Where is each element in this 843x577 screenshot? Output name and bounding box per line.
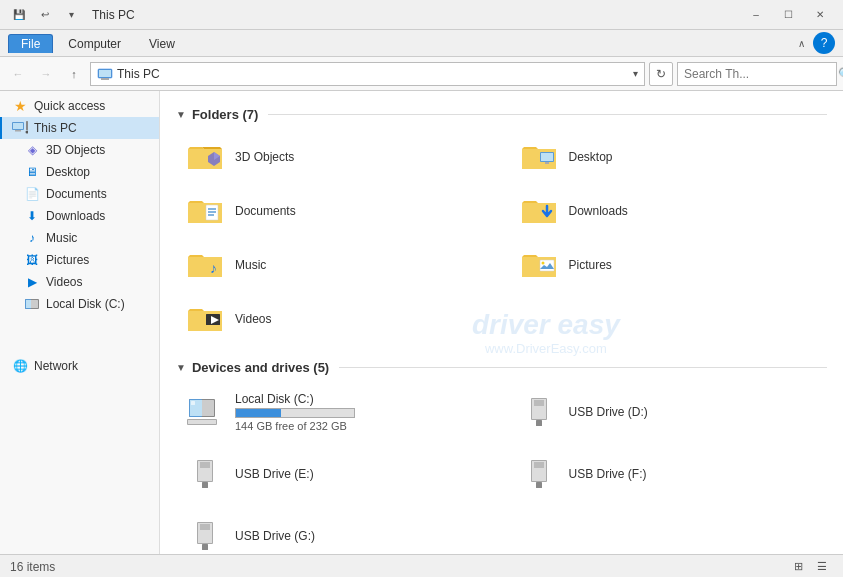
sidebar-spacer bbox=[0, 315, 159, 355]
device-usb-e[interactable]: USB Drive (E:) bbox=[176, 447, 494, 501]
help-button[interactable]: ? bbox=[813, 32, 835, 54]
folder-pictures[interactable]: Pictures bbox=[510, 240, 828, 290]
list-view-button[interactable]: ☰ bbox=[811, 558, 833, 576]
folder-documents[interactable]: Documents bbox=[176, 186, 494, 236]
folder-pictures-icon bbox=[519, 247, 559, 283]
folder-desktop[interactable]: Desktop bbox=[510, 132, 828, 182]
svg-point-23 bbox=[541, 262, 544, 265]
sidebar-item-this-pc[interactable]: This PC bbox=[0, 117, 159, 139]
dropdown-arrow[interactable]: ▾ bbox=[60, 4, 82, 26]
svg-rect-47 bbox=[200, 524, 210, 530]
sidebar-item-local-disk[interactable]: Local Disk (C:) bbox=[0, 293, 159, 315]
sidebar: ★ Quick access This PC ◈ 3D Objects 🖥 bbox=[0, 91, 160, 554]
maximize-button[interactable]: ☐ bbox=[773, 4, 803, 26]
sidebar-quick-access[interactable]: ★ Quick access bbox=[0, 95, 159, 117]
device-usb-g[interactable]: USB Drive (G:) bbox=[176, 509, 494, 554]
sidebar-quick-access-label: Quick access bbox=[34, 99, 105, 113]
drive-bar-fill bbox=[236, 409, 281, 417]
sidebar-item-downloads[interactable]: ⬇ Downloads bbox=[0, 205, 159, 227]
search-input[interactable] bbox=[684, 67, 834, 81]
svg-rect-6 bbox=[26, 121, 28, 130]
sidebar-videos-label: Videos bbox=[46, 275, 82, 289]
minimize-button[interactable]: – bbox=[741, 4, 771, 26]
usb-g-label: USB Drive (G:) bbox=[235, 529, 315, 543]
svg-rect-2 bbox=[99, 70, 111, 77]
sidebar-downloads-label: Downloads bbox=[46, 209, 105, 223]
up-button[interactable]: ↑ bbox=[62, 62, 86, 86]
3d-objects-icon: ◈ bbox=[24, 142, 40, 158]
folder-videos-label: Videos bbox=[235, 312, 271, 326]
usb-d-icon bbox=[519, 392, 559, 432]
path-dropdown-arrow[interactable]: ▾ bbox=[633, 68, 638, 79]
view-buttons: ⊞ ☰ bbox=[787, 558, 833, 576]
folder-3d-label: 3D Objects bbox=[235, 150, 294, 164]
folder-music-icon: ♪ bbox=[185, 247, 225, 283]
usb-f-icon bbox=[519, 454, 559, 494]
back-button[interactable]: ← bbox=[6, 62, 30, 86]
device-usb-d[interactable]: USB Drive (D:) bbox=[510, 385, 828, 439]
usb-d-info: USB Drive (D:) bbox=[569, 405, 648, 419]
drive-space: 144 GB free of 232 GB bbox=[235, 420, 355, 432]
usb-e-label: USB Drive (E:) bbox=[235, 467, 314, 481]
folders-grid: 3D Objects Desktop bbox=[176, 132, 827, 344]
device-usb-f[interactable]: USB Drive (F:) bbox=[510, 447, 828, 501]
folder-videos[interactable]: Videos bbox=[176, 294, 494, 344]
search-icon[interactable]: 🔍 bbox=[838, 67, 843, 81]
forward-button[interactable]: → bbox=[34, 62, 58, 86]
device-local-disk-c[interactable]: Local Disk (C:) 144 GB free of 232 GB bbox=[176, 385, 494, 439]
sidebar-pictures-label: Pictures bbox=[46, 253, 89, 267]
sidebar-item-desktop[interactable]: 🖥 Desktop bbox=[0, 161, 159, 183]
folder-music[interactable]: ♪ Music bbox=[176, 240, 494, 290]
folder-desktop-label: Desktop bbox=[569, 150, 613, 164]
sidebar-item-network[interactable]: 🌐 Network bbox=[0, 355, 159, 377]
usb-f-label: USB Drive (F:) bbox=[569, 467, 647, 481]
documents-icon: 📄 bbox=[24, 186, 40, 202]
devices-divider bbox=[339, 367, 827, 368]
this-pc-path-icon bbox=[97, 66, 113, 82]
sidebar-3d-label: 3D Objects bbox=[46, 143, 105, 157]
tab-view[interactable]: View bbox=[136, 34, 188, 53]
content-scroll: driver easy www.DriverEasy.com ▼ Folders… bbox=[160, 91, 843, 554]
folder-desktop-icon bbox=[519, 139, 559, 175]
undo-button[interactable]: ↩ bbox=[34, 4, 56, 26]
sidebar-item-videos[interactable]: ▶ Videos bbox=[0, 271, 159, 293]
sidebar-network-label: Network bbox=[34, 359, 78, 373]
folders-section-header: ▼ Folders (7) bbox=[176, 107, 827, 122]
grid-view-button[interactable]: ⊞ bbox=[787, 558, 809, 576]
main-layout: ★ Quick access This PC ◈ 3D Objects 🖥 bbox=[0, 91, 843, 554]
svg-rect-4 bbox=[13, 123, 23, 129]
sidebar-item-music[interactable]: ♪ Music bbox=[0, 227, 159, 249]
svg-rect-48 bbox=[202, 544, 208, 550]
usb-f-info: USB Drive (F:) bbox=[569, 467, 647, 481]
quick-access-toolbar: 💾 ↩ ▾ bbox=[8, 4, 82, 26]
ribbon: File Computer View ∧ ? bbox=[0, 30, 843, 57]
local-disk-c-label: Local Disk (C:) bbox=[235, 392, 355, 406]
folder-downloads[interactable]: Downloads bbox=[510, 186, 828, 236]
close-button[interactable]: ✕ bbox=[805, 4, 835, 26]
sidebar-item-3d-objects[interactable]: ◈ 3D Objects bbox=[0, 139, 159, 161]
ribbon-expand-button[interactable]: ∧ bbox=[798, 38, 805, 49]
devices-section-header: ▼ Devices and drives (5) bbox=[176, 360, 827, 375]
music-icon: ♪ bbox=[24, 230, 40, 246]
search-box[interactable]: 🔍 bbox=[677, 62, 837, 86]
devices-chevron[interactable]: ▼ bbox=[176, 362, 186, 373]
sidebar-this-pc-label: This PC bbox=[34, 121, 77, 135]
usb-e-icon bbox=[185, 454, 225, 494]
tab-file[interactable]: File bbox=[8, 34, 53, 53]
folder-music-label: Music bbox=[235, 258, 266, 272]
status-item-count: 16 items bbox=[10, 560, 55, 574]
sidebar-item-pictures[interactable]: 🖼 Pictures bbox=[0, 249, 159, 271]
folder-downloads-label: Downloads bbox=[569, 204, 628, 218]
refresh-button[interactable]: ↻ bbox=[649, 62, 673, 86]
svg-rect-15 bbox=[541, 153, 553, 161]
title-bar-left: 💾 ↩ ▾ This PC bbox=[8, 4, 135, 26]
address-path[interactable]: This PC ▾ bbox=[90, 62, 645, 86]
folder-pictures-label: Pictures bbox=[569, 258, 612, 272]
sidebar-item-documents[interactable]: 📄 Documents bbox=[0, 183, 159, 205]
path-text: This PC bbox=[117, 67, 629, 81]
svg-rect-16 bbox=[545, 162, 549, 164]
save-button[interactable]: 💾 bbox=[8, 4, 30, 26]
folder-3d-objects[interactable]: 3D Objects bbox=[176, 132, 494, 182]
tab-computer[interactable]: Computer bbox=[55, 34, 134, 53]
folders-chevron[interactable]: ▼ bbox=[176, 109, 186, 120]
